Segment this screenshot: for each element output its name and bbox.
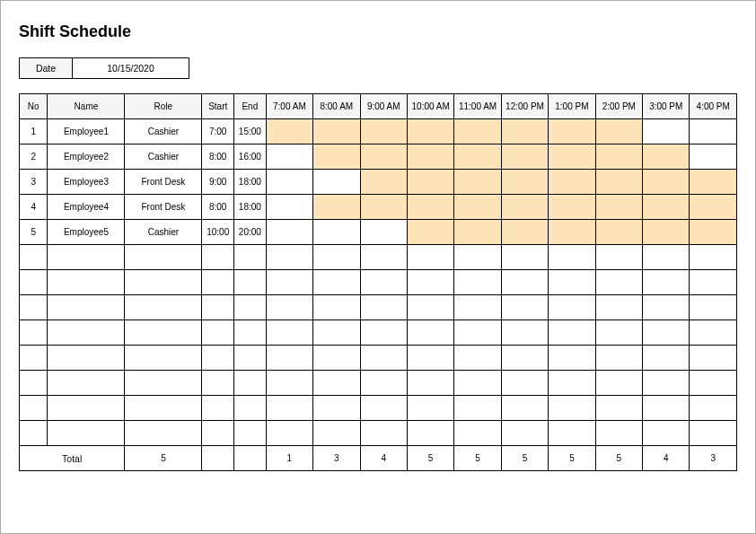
total-hour: 5 bbox=[407, 446, 453, 471]
schedule-table: No Name Role Start End 7:00 AM 8:00 AM 9… bbox=[19, 93, 737, 471]
cell-empty bbox=[454, 245, 501, 270]
cell-empty bbox=[454, 396, 501, 421]
cell-end: 18:00 bbox=[234, 170, 267, 195]
cell-empty bbox=[690, 371, 737, 396]
total-hour: 5 bbox=[454, 446, 501, 471]
cell-empty bbox=[407, 295, 453, 320]
cell-empty bbox=[643, 295, 690, 320]
cell-hour bbox=[407, 170, 453, 195]
total-hour: 3 bbox=[690, 446, 737, 471]
cell-empty bbox=[360, 295, 407, 320]
cell-empty bbox=[202, 346, 234, 371]
cell-empty bbox=[360, 346, 407, 371]
cell-empty bbox=[501, 295, 548, 320]
cell-hour bbox=[501, 220, 548, 245]
total-hour: 1 bbox=[266, 446, 312, 471]
cell-start: 9:00 bbox=[202, 170, 234, 195]
cell-end: 20:00 bbox=[234, 220, 267, 245]
cell-empty bbox=[125, 371, 202, 396]
cell-hour bbox=[313, 195, 360, 220]
cell-empty bbox=[48, 270, 125, 295]
cell-hour bbox=[313, 119, 360, 144]
total-hour: 4 bbox=[360, 446, 407, 471]
cell-empty bbox=[234, 346, 267, 371]
cell-hour bbox=[690, 170, 737, 195]
page: Shift Schedule Date 10/15/2020 No Name R… bbox=[0, 0, 756, 534]
cell-empty bbox=[690, 295, 737, 320]
cell-empty bbox=[48, 295, 125, 320]
header-hour: 4:00 PM bbox=[690, 94, 737, 119]
page-title: Shift Schedule bbox=[19, 22, 737, 41]
cell-hour bbox=[690, 220, 737, 245]
cell-role: Front Desk bbox=[125, 170, 202, 195]
cell-role: Cashier bbox=[125, 144, 202, 170]
cell-empty bbox=[595, 371, 642, 396]
cell-hour bbox=[643, 144, 690, 170]
cell-hour bbox=[549, 144, 595, 170]
cell-empty bbox=[20, 295, 48, 320]
header-name: Name bbox=[48, 94, 125, 119]
cell-hour bbox=[266, 220, 312, 245]
cell-hour bbox=[266, 144, 312, 170]
total-label: Total bbox=[20, 446, 125, 471]
cell-hour bbox=[643, 170, 690, 195]
header-start: Start bbox=[202, 94, 234, 119]
cell-empty bbox=[234, 421, 267, 446]
cell-empty bbox=[313, 270, 360, 295]
cell-empty bbox=[266, 346, 312, 371]
cell-empty bbox=[690, 270, 737, 295]
cell-hour bbox=[454, 119, 501, 144]
date-box: Date 10/15/2020 bbox=[19, 57, 737, 79]
cell-empty bbox=[690, 346, 737, 371]
cell-hour bbox=[313, 220, 360, 245]
cell-empty bbox=[234, 245, 267, 270]
cell-hour bbox=[407, 220, 453, 245]
cell-start: 8:00 bbox=[202, 144, 234, 170]
cell-empty bbox=[643, 396, 690, 421]
cell-empty bbox=[549, 270, 595, 295]
cell-empty bbox=[360, 371, 407, 396]
cell-hour bbox=[549, 170, 595, 195]
cell-empty bbox=[643, 320, 690, 346]
table-row-empty bbox=[20, 270, 737, 295]
cell-empty bbox=[407, 245, 453, 270]
cell-end: 18:00 bbox=[234, 195, 267, 220]
cell-empty bbox=[407, 396, 453, 421]
cell-empty bbox=[125, 320, 202, 346]
cell-end: 16:00 bbox=[234, 144, 267, 170]
cell-empty bbox=[234, 295, 267, 320]
cell-empty bbox=[48, 396, 125, 421]
cell-empty bbox=[266, 421, 312, 446]
cell-empty bbox=[234, 371, 267, 396]
cell-hour bbox=[313, 170, 360, 195]
cell-empty bbox=[234, 320, 267, 346]
cell-empty bbox=[202, 421, 234, 446]
cell-hour bbox=[595, 170, 642, 195]
header-end: End bbox=[234, 94, 267, 119]
cell-empty bbox=[549, 320, 595, 346]
total-count: 5 bbox=[125, 446, 202, 471]
header-hour: 7:00 AM bbox=[266, 94, 312, 119]
cell-hour bbox=[643, 195, 690, 220]
cell-hour bbox=[690, 144, 737, 170]
cell-empty bbox=[549, 245, 595, 270]
cell-hour bbox=[454, 170, 501, 195]
cell-empty bbox=[549, 371, 595, 396]
cell-empty bbox=[125, 270, 202, 295]
cell-empty bbox=[690, 320, 737, 346]
table-row: 1Employee1Cashier7:0015:00 bbox=[20, 119, 737, 144]
cell-hour bbox=[454, 195, 501, 220]
cell-empty bbox=[266, 396, 312, 421]
cell-empty bbox=[313, 371, 360, 396]
table-row-empty bbox=[20, 245, 737, 270]
cell-empty bbox=[360, 320, 407, 346]
table-row-empty bbox=[20, 295, 737, 320]
cell-empty bbox=[313, 320, 360, 346]
cell-empty bbox=[501, 421, 548, 446]
cell-name: Employee3 bbox=[48, 170, 125, 195]
cell-empty bbox=[454, 320, 501, 346]
cell-hour bbox=[360, 195, 407, 220]
cell-empty bbox=[690, 396, 737, 421]
cell-empty bbox=[595, 346, 642, 371]
total-hour: 3 bbox=[313, 446, 360, 471]
